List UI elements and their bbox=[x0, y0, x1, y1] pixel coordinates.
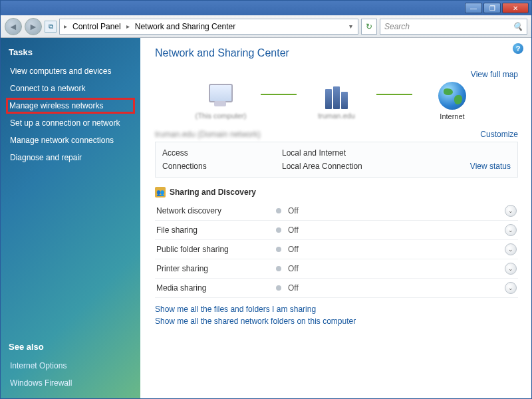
window-body: Tasks View computers and devices Connect… bbox=[1, 38, 531, 398]
refresh-button[interactable]: ↻ bbox=[361, 19, 377, 35]
view-full-map-link[interactable]: View full map bbox=[471, 70, 518, 79]
expand-button[interactable]: ⌄ bbox=[505, 243, 517, 255]
diagram-connection-line bbox=[261, 94, 297, 95]
share-value: Off bbox=[288, 264, 505, 273]
see-also-header: See also bbox=[9, 342, 132, 352]
address-icon: ⧉ bbox=[45, 21, 57, 33]
status-dot-icon bbox=[276, 208, 281, 213]
sidebar-item-view-computers[interactable]: View computers and devices bbox=[9, 64, 132, 78]
page-title: Network and Sharing Center bbox=[155, 47, 518, 59]
info-value: Local and Internet bbox=[282, 148, 511, 158]
share-key: Network discovery bbox=[156, 206, 276, 215]
help-icon[interactable]: ? bbox=[513, 43, 523, 54]
diagram-label-computer: (This computer) bbox=[195, 112, 246, 120]
status-dot-icon bbox=[276, 285, 281, 291]
share-key: Public folder sharing bbox=[156, 245, 276, 254]
sidebar-item-setup-connection[interactable]: Set up a connection or network bbox=[9, 116, 132, 130]
diagram-label-internet: Internet bbox=[440, 112, 464, 120]
forward-button[interactable]: ► bbox=[25, 18, 42, 35]
diagram-node-domain: truman.edu bbox=[297, 82, 376, 120]
chevron-right-icon: ▸ bbox=[125, 23, 131, 30]
expand-button[interactable]: ⌄ bbox=[505, 205, 517, 217]
titlebar: — ❐ ✕ bbox=[1, 1, 531, 15]
info-row-connections: Connections Local Area Connection View s… bbox=[156, 160, 517, 173]
share-row-network-discovery: Network discovery Off ⌄ bbox=[155, 201, 518, 221]
sidebar-item-internet-options[interactable]: Internet Options bbox=[9, 358, 132, 373]
main-content: ? Network and Sharing Center View full m… bbox=[140, 38, 531, 398]
network-info-box: Access Local and Internet Connections Lo… bbox=[155, 142, 518, 178]
share-value: Off bbox=[288, 245, 505, 254]
sidebar-item-windows-firewall[interactable]: Windows Firewall bbox=[9, 376, 132, 390]
expand-button[interactable]: ⌄ bbox=[505, 224, 517, 236]
share-value: Off bbox=[288, 283, 505, 293]
window-frame: — ❐ ✕ ◄ ► ⧉ ▸ Control Panel ▸ Network an… bbox=[0, 0, 532, 399]
breadcrumb-item-current[interactable]: Network and Sharing Center bbox=[134, 22, 237, 31]
sidebar: Tasks View computers and devices Connect… bbox=[1, 38, 140, 398]
share-key: Media sharing bbox=[156, 283, 276, 293]
network-name: truman.edu (Domain network) bbox=[155, 130, 261, 139]
share-row-media-sharing: Media sharing Off ⌄ bbox=[155, 279, 518, 298]
bottom-links: Show me all the files and folders I am s… bbox=[155, 305, 518, 326]
show-shared-files-link[interactable]: Show me all the files and folders I am s… bbox=[155, 305, 518, 314]
show-shared-folders-link[interactable]: Show me all the shared network folders o… bbox=[155, 317, 518, 326]
status-dot-icon bbox=[276, 227, 281, 233]
info-row-access: Access Local and Internet bbox=[156, 146, 517, 160]
sidebar-item-manage-wireless[interactable]: Manage wireless networks bbox=[6, 98, 135, 114]
share-key: Printer sharing bbox=[156, 264, 276, 273]
expand-button[interactable]: ⌄ bbox=[505, 282, 517, 294]
sidebar-item-connect-network[interactable]: Connect to a network bbox=[9, 81, 132, 96]
expand-button[interactable]: ⌄ bbox=[505, 263, 517, 275]
share-value: Off bbox=[288, 206, 505, 215]
sharing-header-label: Sharing and Discovery bbox=[170, 188, 256, 197]
sidebar-item-diagnose-repair[interactable]: Diagnose and repair bbox=[9, 150, 132, 165]
back-button[interactable]: ◄ bbox=[5, 18, 22, 35]
breadcrumb-dropdown-icon[interactable]: ▾ bbox=[346, 23, 355, 30]
chevron-right-icon: ▸ bbox=[63, 23, 68, 30]
share-key: File sharing bbox=[156, 225, 276, 235]
info-key: Access bbox=[162, 148, 282, 158]
close-button[interactable]: ✕ bbox=[502, 3, 529, 13]
breadcrumb-item-control-panel[interactable]: Control Panel bbox=[71, 22, 122, 31]
share-row-printer-sharing: Printer sharing Off ⌄ bbox=[155, 259, 518, 279]
network-diagram: (This computer) truman.edu Internet bbox=[155, 82, 518, 120]
tasks-header: Tasks bbox=[9, 47, 132, 57]
diagram-connection-line bbox=[376, 94, 412, 95]
breadcrumb[interactable]: ▸ Control Panel ▸ Network and Sharing Ce… bbox=[59, 19, 358, 35]
sharing-discovery-header: 👥 Sharing and Discovery bbox=[155, 187, 518, 198]
diagram-node-computer: (This computer) bbox=[181, 82, 261, 120]
globe-icon bbox=[438, 82, 466, 110]
maximize-button[interactable]: ❐ bbox=[483, 3, 501, 13]
status-dot-icon bbox=[276, 266, 281, 271]
diagram-label-domain: truman.edu bbox=[318, 112, 355, 120]
info-key: Connections bbox=[162, 162, 282, 171]
share-row-file-sharing: File sharing Off ⌄ bbox=[155, 221, 518, 240]
info-value: Local Area Connection bbox=[282, 162, 470, 171]
people-icon: 👥 bbox=[155, 187, 166, 198]
status-dot-icon bbox=[276, 247, 281, 252]
network-header: truman.edu (Domain network) Customize bbox=[155, 130, 518, 139]
minimize-button[interactable]: — bbox=[465, 3, 482, 13]
server-icon bbox=[321, 82, 352, 109]
share-row-public-folder: Public folder sharing Off ⌄ bbox=[155, 240, 518, 259]
search-icon: 🔍 bbox=[513, 22, 523, 31]
diagram-node-internet: Internet bbox=[412, 82, 492, 120]
search-input[interactable]: Search 🔍 bbox=[380, 19, 527, 35]
sidebar-item-manage-connections[interactable]: Manage network connections bbox=[9, 133, 132, 148]
view-status-link[interactable]: View status bbox=[470, 162, 511, 171]
computer-icon bbox=[205, 82, 237, 109]
customize-link[interactable]: Customize bbox=[480, 130, 518, 139]
navigation-bar: ◄ ► ⧉ ▸ Control Panel ▸ Network and Shar… bbox=[1, 15, 531, 38]
search-placeholder: Search bbox=[384, 22, 513, 31]
share-value: Off bbox=[288, 225, 505, 235]
